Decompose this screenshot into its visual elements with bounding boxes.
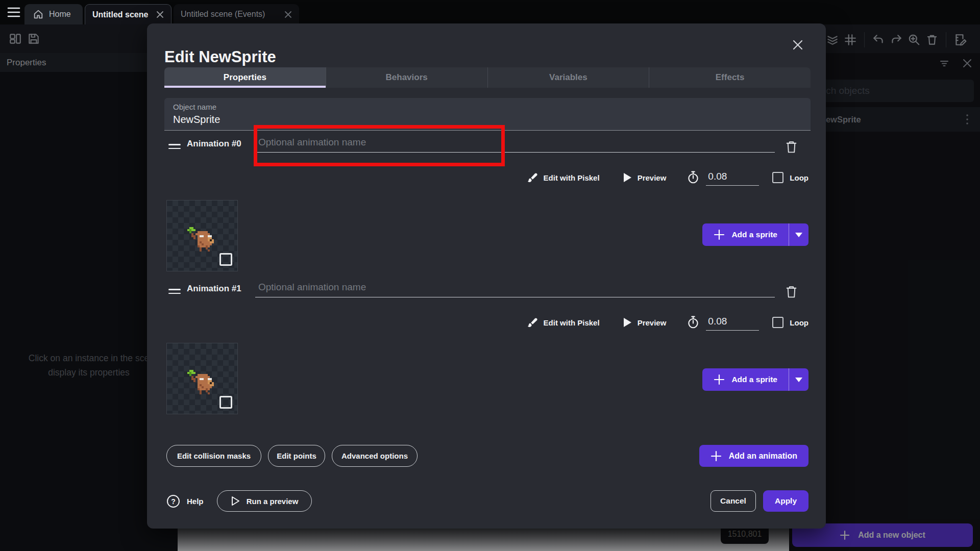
stopwatch-icon <box>687 170 700 185</box>
sprite-thumbnail-image <box>187 227 216 252</box>
add-sprite-button[interactable]: Add a sprite <box>702 368 789 391</box>
help-button[interactable]: ? Help <box>166 494 204 508</box>
dialog-footer: ? Help Run a preview <box>166 490 312 512</box>
object-name-input[interactable] <box>173 114 479 126</box>
apply-button[interactable]: Apply <box>763 490 808 512</box>
tab-scene-label: Untitled scene <box>92 10 148 19</box>
sprite-select-checkbox[interactable] <box>219 253 232 266</box>
edit-points-button[interactable]: Edit points <box>268 445 325 467</box>
animation-tools-row: Edit collision masks Edit points Advance… <box>166 445 418 467</box>
close-icon[interactable] <box>284 11 292 18</box>
cancel-button[interactable]: Cancel <box>710 490 756 512</box>
tab-properties[interactable]: Properties <box>164 67 326 88</box>
close-icon[interactable] <box>156 11 164 18</box>
preview-button[interactable]: Preview <box>638 318 667 327</box>
brush-icon <box>526 171 538 184</box>
loop-label: Loop <box>790 318 808 327</box>
plus-icon <box>710 450 722 462</box>
tab-effects[interactable]: Effects <box>649 67 811 88</box>
advanced-options-button[interactable]: Advanced options <box>332 445 418 467</box>
caret-down-icon[interactable] <box>789 368 808 391</box>
loop-checkbox[interactable] <box>772 317 783 328</box>
plus-icon <box>714 229 725 240</box>
caret-down-icon[interactable] <box>789 223 808 246</box>
edit-object-dialog: Edit NewSprite Properties Behaviors Vari… <box>147 23 826 529</box>
frame-duration-field <box>706 170 759 186</box>
tab-home[interactable]: Home <box>24 4 83 24</box>
animation-1-name-input[interactable] <box>255 280 775 297</box>
play-icon <box>622 172 632 183</box>
drag-handle-icon[interactable] <box>168 144 181 150</box>
tab-behaviors[interactable]: Behaviors <box>326 67 487 88</box>
frame-duration-input[interactable] <box>706 170 759 185</box>
close-icon[interactable] <box>791 38 805 52</box>
animation-0-name-field <box>255 135 775 153</box>
tab-untitled-scene-events[interactable]: Untitled scene (Events) <box>174 4 299 24</box>
animation-1-controls: Edit with Piskel Preview Loop <box>526 313 808 332</box>
dialog-tab-bar: Properties Behaviors Variables Effects <box>164 67 811 88</box>
tab-events-label: Untitled scene (Events) <box>181 10 265 19</box>
help-icon: ? <box>166 494 180 508</box>
add-sprite-split-button: Add a sprite <box>702 368 808 391</box>
edit-with-piskel-button[interactable]: Edit with Piskel <box>544 318 600 327</box>
svg-text:?: ? <box>171 497 176 505</box>
play-icon <box>622 317 632 328</box>
animation-0-name-input[interactable] <box>255 135 775 152</box>
tab-home-label: Home <box>49 10 71 19</box>
animation-1-name-field <box>255 280 775 297</box>
stopwatch-icon <box>687 315 700 330</box>
play-outline-icon <box>230 495 240 507</box>
loop-label: Loop <box>790 173 808 182</box>
add-animation-button[interactable]: Add an animation <box>699 445 808 467</box>
object-name-field[interactable]: Object name <box>164 98 811 131</box>
edit-collision-masks-button[interactable]: Edit collision masks <box>166 445 261 467</box>
trash-icon[interactable] <box>785 140 798 154</box>
plus-icon <box>714 374 725 385</box>
trash-icon[interactable] <box>785 285 798 299</box>
hamburger-icon[interactable] <box>7 7 20 18</box>
dialog-actions: Cancel Apply <box>710 490 808 512</box>
add-sprite-split-button: Add a sprite <box>702 223 808 246</box>
sprite-thumbnail[interactable] <box>166 343 238 414</box>
loop-checkbox[interactable] <box>772 172 783 183</box>
run-preview-button[interactable]: Run a preview <box>217 490 312 512</box>
add-sprite-button[interactable]: Add a sprite <box>702 223 789 246</box>
sprite-thumbnail[interactable] <box>166 200 238 271</box>
sprite-select-checkbox[interactable] <box>219 396 232 409</box>
animation-0-label: Animation #0 <box>187 139 241 149</box>
preview-button[interactable]: Preview <box>638 173 667 182</box>
drag-handle-icon[interactable] <box>168 289 181 295</box>
sprite-thumbnail-image <box>187 370 216 394</box>
animation-0-controls: Edit with Piskel Preview Loop <box>526 168 808 187</box>
object-name-label: Object name <box>173 103 802 111</box>
home-icon <box>33 9 44 20</box>
animation-1-label: Animation #1 <box>187 284 241 294</box>
edit-with-piskel-button[interactable]: Edit with Piskel <box>544 173 600 182</box>
tab-variables[interactable]: Variables <box>487 67 649 88</box>
frame-duration-input[interactable] <box>706 315 759 330</box>
top-bar: Home Untitled scene Untitled scene (Even… <box>0 0 980 24</box>
frame-duration-field <box>706 315 759 331</box>
dialog-title: Edit NewSprite <box>164 48 276 66</box>
tab-untitled-scene[interactable]: Untitled scene <box>85 4 172 24</box>
brush-icon <box>526 316 538 329</box>
